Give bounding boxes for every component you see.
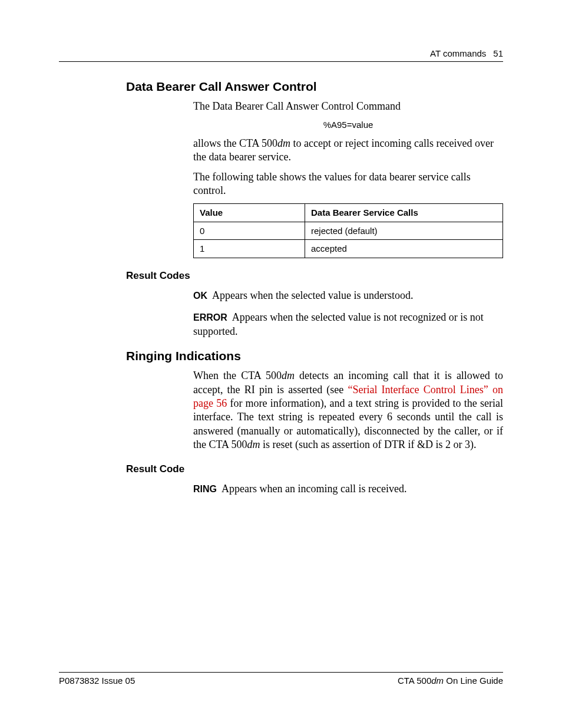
table-header: Data Bearer Service Calls: [305, 204, 503, 222]
result-code-item: RING Appears when an incoming call is re…: [193, 482, 503, 496]
result-text: Appears when the selected value is not r…: [193, 311, 484, 337]
header-page-number: 51: [493, 48, 503, 58]
page-content: AT commands51 Data Bearer Call Answer Co…: [0, 0, 562, 496]
table-cell: 0: [194, 222, 305, 240]
text: allows the CTA 500: [193, 137, 277, 149]
section-body: The Data Bearer Call Answer Control Comm…: [193, 100, 503, 258]
section-body: When the CTA 500dm detects an incoming c…: [193, 369, 503, 452]
values-table: Value Data Bearer Service Calls 0 reject…: [193, 203, 503, 258]
paragraph: The following table shows the values for…: [193, 170, 503, 198]
table-row: 0 rejected (default): [194, 222, 503, 240]
footer-right: CTA 500dm On Line Guide: [398, 676, 503, 686]
subheading-result-code: Result Code: [126, 463, 503, 475]
page-footer: P0873832 Issue 05 CTA 500dm On Line Guid…: [59, 672, 503, 686]
text: is reset (such as assertion of DTR if &D…: [260, 439, 477, 450]
paragraph: When the CTA 500dm detects an incoming c…: [193, 369, 503, 452]
result-code-item: ERROR Appears when the selected value is…: [193, 311, 503, 338]
text: CTA 500: [398, 676, 431, 686]
heading-ringing-indications: Ringing Indications: [126, 349, 503, 363]
result-text: Appears when an incoming call is receive…: [222, 483, 406, 495]
result-code-block: RING Appears when an incoming call is re…: [193, 482, 503, 496]
result-label: OK: [193, 291, 207, 301]
footer-left: P0873832 Issue 05: [59, 676, 135, 686]
paragraph: allows the CTA 500dm to accept or reject…: [193, 137, 503, 164]
table-cell: accepted: [305, 240, 503, 258]
page-header: AT commands51: [59, 48, 503, 62]
result-label: ERROR: [193, 312, 227, 322]
heading-data-bearer: Data Bearer Call Answer Control: [126, 80, 503, 94]
result-code-item: OK Appears when the selected value is un…: [193, 289, 503, 302]
result-label: RING: [193, 484, 217, 494]
header-section: AT commands: [430, 48, 486, 58]
table-header-row: Value Data Bearer Service Calls: [194, 204, 503, 222]
text-italic: dm: [247, 439, 260, 450]
result-text: Appears when the selected value is under…: [212, 289, 413, 301]
table-cell: rejected (default): [305, 222, 503, 240]
header-text: AT commands51: [59, 48, 503, 61]
paragraph: The Data Bearer Call Answer Control Comm…: [193, 100, 503, 113]
text-italic: dm: [277, 137, 290, 149]
result-codes-block: OK Appears when the selected value is un…: [193, 289, 503, 338]
text-italic: dm: [431, 676, 444, 686]
text: On Line Guide: [444, 676, 503, 686]
text-italic: dm: [282, 370, 295, 381]
table-header: Value: [194, 204, 305, 222]
subheading-result-codes: Result Codes: [126, 270, 503, 282]
table-cell: 1: [194, 240, 305, 258]
command-code: %A95=value: [193, 119, 503, 131]
table-row: 1 accepted: [194, 240, 503, 258]
text: When the CTA 500: [193, 370, 282, 381]
